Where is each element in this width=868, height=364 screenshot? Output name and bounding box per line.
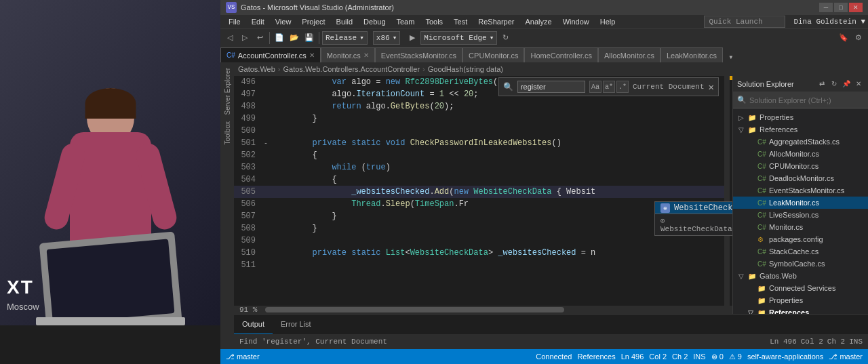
status-connected: Connected	[536, 352, 572, 361]
menu-file[interactable]: File	[223, 15, 246, 28]
tab-monitor[interactable]: Monitor.cs ✕	[321, 47, 375, 62]
se-item-eventstacksmonitor[interactable]: C# EventStacksMonitor.cs	[733, 184, 868, 197]
code-area[interactable]: 🔍 Aa a* .* Current Document ✕	[234, 76, 732, 306]
se-pin-btn[interactable]: 📌	[841, 79, 852, 89]
find-whole-word[interactable]: a*	[603, 81, 615, 93]
se-item-allocmonitor[interactable]: C# AllocMonitor.cs	[733, 148, 868, 160]
tab-accountcontroller[interactable]: C# AccountController.cs ✕	[220, 47, 321, 62]
find-match-case[interactable]: Aa	[589, 81, 601, 93]
menu-project[interactable]: Project	[296, 15, 330, 28]
se-item-leakmonitor[interactable]: C# LeakMonitor.cs	[733, 197, 868, 209]
code-lines: 496 var algo = new Rfc2898DeriveBytes(c …	[234, 76, 732, 271]
git-icon: ⎇	[226, 352, 235, 361]
menu-tools[interactable]: Tools	[420, 15, 448, 28]
se-close-btn[interactable]: ✕	[853, 79, 864, 89]
se-search-icon: 🔍	[737, 96, 747, 104]
breadcrumb-project[interactable]: Gatos.Web	[238, 65, 275, 73]
cs-file-icon: C#	[757, 248, 767, 256]
close-button[interactable]: ✕	[849, 3, 863, 12]
status-ins: INS	[849, 338, 863, 346]
cs-file-icon: C#	[757, 211, 767, 219]
bottom-panel: Output Error List	[234, 314, 868, 334]
browser-dropdown[interactable]: Microsoft Edge ▾	[420, 31, 497, 45]
se-search-input[interactable]	[749, 96, 864, 104]
se-item-references-top[interactable]: ▽ 📁 References	[733, 123, 868, 136]
find-input[interactable]	[517, 81, 585, 93]
toolbar-new[interactable]: 📄	[273, 31, 286, 45]
se-item-gatos-web[interactable]: ▽ 📁 Gatos.Web	[733, 270, 868, 282]
menu-bar: File Edit View Project Build Debug Team …	[220, 15, 868, 28]
se-item-packages-config[interactable]: ⚙ packages.config	[733, 233, 868, 245]
se-refresh-btn[interactable]: ↻	[829, 79, 840, 89]
menu-debug[interactable]: Debug	[358, 15, 391, 28]
se-item-livesession[interactable]: C# LiveSession.cs	[733, 209, 868, 221]
title-bar: VS Gatos - Microsoft Visual Studio (Admi…	[220, 0, 868, 15]
menu-view[interactable]: View	[270, 15, 297, 28]
tab-close-accountcontroller[interactable]: ✕	[309, 52, 315, 59]
folder-icon: 📁	[757, 309, 767, 315]
menu-analyze[interactable]: Analyze	[519, 15, 557, 28]
tab-allocmonitor[interactable]: AllocMonitor.cs	[598, 47, 660, 62]
breadcrumb-class[interactable]: Gatos.Web.Controllers.AccountController	[283, 65, 420, 73]
toolbar-settings[interactable]: ⚙	[852, 31, 865, 45]
bottom-tab-output[interactable]: Output	[234, 315, 273, 335]
find-regex[interactable]: .*	[616, 81, 629, 93]
se-item-cpumonitor[interactable]: C# CPUMonitor.cs	[733, 160, 868, 172]
tab-homecontroller[interactable]: HomeController.cs	[524, 47, 597, 62]
vertical-scrollbar[interactable]	[724, 76, 732, 306]
menu-resharper[interactable]: ReSharper	[473, 15, 519, 28]
folder-icon: 📁	[748, 126, 757, 134]
maximize-button[interactable]: □	[834, 3, 848, 12]
se-item-symbolcache[interactable]: C# SymbolCache.cs	[733, 258, 868, 270]
tab-cpumonitor[interactable]: CPUMonitor.cs	[462, 47, 524, 62]
se-tree: ▷ 📁 Properties ▽ 📁 References	[733, 108, 868, 314]
code-line: 498 return algo.GetBytes(20);	[234, 100, 732, 113]
minimize-button[interactable]: ─	[819, 3, 833, 12]
side-tab-toolbox[interactable]: Toolbox	[222, 119, 233, 147]
run-button[interactable]: ▶	[406, 32, 419, 43]
se-item-properties-web[interactable]: 📁 Properties	[733, 294, 868, 306]
tab-leakmonitor[interactable]: LeakMonitor.cs	[660, 47, 723, 62]
status-ch: Ch 2	[827, 338, 845, 346]
se-item-deadlockmonitor[interactable]: C# DeadlockMonitor.cs	[733, 172, 868, 184]
find-close-btn[interactable]: ✕	[709, 81, 714, 93]
toolbar-refresh[interactable]: ↻	[498, 31, 512, 45]
cs-file-icon: C#	[757, 138, 767, 146]
menu-edit[interactable]: Edit	[246, 15, 270, 28]
platform-dropdown[interactable]: x86 ▾	[373, 31, 400, 45]
menu-help[interactable]: Help	[595, 15, 621, 28]
toolbar-bookmark[interactable]: 🔖	[837, 31, 850, 45]
find-scope-dropdown[interactable]: Current Document	[633, 83, 705, 91]
toolbar-undo[interactable]: ↩	[253, 31, 267, 45]
tab-eventstacksmonitor[interactable]: EventStacksMonitor.cs	[375, 47, 462, 62]
se-item-aggregatedstacks[interactable]: C# AggregatedStacks.cs	[733, 136, 868, 148]
se-item-monitor[interactable]: C# Monitor.cs	[733, 221, 868, 233]
menu-build[interactable]: Build	[331, 15, 358, 28]
se-item-stackcache[interactable]: C# StackCache.cs	[733, 245, 868, 258]
se-item-connected-services[interactable]: 📁 Connected Services	[733, 282, 868, 294]
code-editor: 🔍 Aa a* .* Current Document ✕	[234, 76, 732, 314]
autocomplete-item[interactable]: ⊕ WebsiteCheckData()	[655, 202, 732, 214]
menu-team[interactable]: Team	[391, 15, 420, 28]
bottom-tab-error-list[interactable]: Error List	[273, 315, 319, 335]
toolbar-back[interactable]: ◁	[223, 31, 237, 45]
menu-window[interactable]: Window	[557, 15, 595, 28]
tab-close-monitor[interactable]: ✕	[363, 52, 369, 59]
se-item-properties[interactable]: ▷ 📁 Properties	[733, 111, 868, 123]
status-ln: Ln 496	[621, 352, 644, 361]
toolbar-open[interactable]: 📂	[288, 31, 301, 45]
toolbar-save[interactable]: 💾	[302, 31, 316, 45]
menu-test[interactable]: Test	[448, 15, 473, 28]
toolbar-forward[interactable]: ▷	[238, 31, 252, 45]
h-scrollbar[interactable]: 91 %	[234, 306, 732, 314]
find-status-text: Find 'register', Current Document	[239, 338, 387, 346]
side-tab-server-explorer[interactable]: Server Explorer	[222, 65, 233, 117]
tab-overflow[interactable]: ▾	[723, 52, 739, 62]
h-scroll-thumb[interactable]	[265, 307, 564, 312]
config-dropdown[interactable]: Release ▾	[322, 31, 368, 45]
breadcrumb-method[interactable]: GoodHash(string data)	[428, 65, 503, 73]
se-item-references-web[interactable]: ▽ 📁 References	[733, 306, 868, 314]
quick-launch-input[interactable]: Quick Launch	[704, 16, 785, 28]
se-sync-btn[interactable]: ⇄	[816, 79, 827, 89]
scroll-indicator	[730, 76, 732, 80]
